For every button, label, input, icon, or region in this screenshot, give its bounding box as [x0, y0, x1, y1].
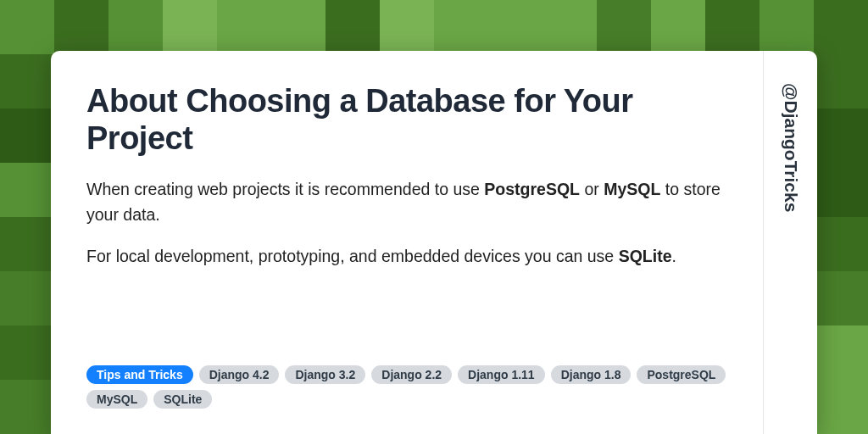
bold-sqlite: SQLite — [619, 247, 672, 265]
article-aside: @DjangoTricks — [763, 51, 817, 434]
article-card: About Choosing a Database for Your Proje… — [51, 51, 817, 434]
tag-mysql[interactable]: MySQL — [86, 390, 147, 409]
spacer — [86, 286, 727, 357]
tag-django-2-2[interactable]: Django 2.2 — [371, 365, 452, 384]
tag-django-3-2[interactable]: Django 3.2 — [285, 365, 365, 384]
text: or — [580, 180, 604, 198]
article-title: About Choosing a Database for Your Proje… — [86, 83, 727, 157]
tag-postgresql[interactable]: PostgreSQL — [637, 365, 726, 384]
tag-django-1-8[interactable]: Django 1.8 — [551, 365, 632, 384]
tag-list: Tips and TricksDjango 4.2Django 3.2Djang… — [86, 365, 727, 409]
tag-sqlite[interactable]: SQLite — [153, 390, 212, 409]
text: . — [671, 247, 676, 265]
bold-mysql: MySQL — [604, 180, 660, 198]
tag-django-4-2[interactable]: Django 4.2 — [199, 365, 280, 384]
author-handle: @DjangoTricks — [781, 83, 801, 212]
article-paragraph-2: For local development, prototyping, and … — [86, 244, 727, 269]
tag-tips-and-tricks[interactable]: Tips and Tricks — [86, 365, 193, 384]
text: For local development, prototyping, and … — [86, 247, 619, 265]
tag-django-1-11[interactable]: Django 1.11 — [458, 365, 545, 384]
article-main: About Choosing a Database for Your Proje… — [51, 51, 763, 434]
article-paragraph-1: When creating web projects it is recomme… — [86, 177, 727, 227]
bold-postgresql: PostgreSQL — [484, 180, 580, 198]
text: When creating web projects it is recomme… — [86, 180, 484, 198]
